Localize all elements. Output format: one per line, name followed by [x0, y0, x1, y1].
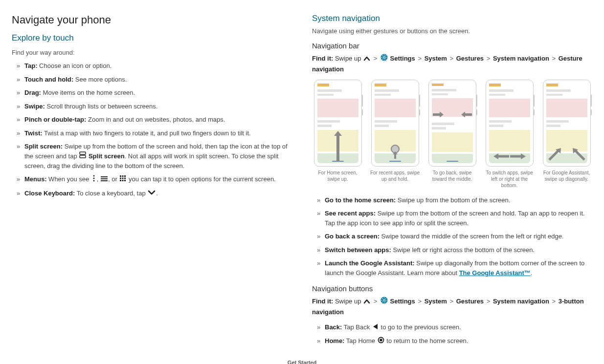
svg-rect-11 [120, 178, 121, 179]
svg-rect-6 [101, 178, 108, 179]
list-item: Go back a screen: Swipe toward the middl… [317, 232, 592, 241]
phone-home-swipe-up [314, 80, 362, 167]
list-item: Launch the Google Assistant: Swipe up di… [317, 258, 592, 278]
list-item: Touch and hold: See more options. [17, 75, 292, 85]
arrow-diagonal-right-up-icon [548, 148, 563, 162]
list-item: Switch between apps: Swipe left or right… [317, 245, 592, 255]
svg-rect-16 [124, 180, 126, 181]
svg-rect-0 [80, 152, 86, 154]
list-item: Drag: Move items on the home screen. [17, 88, 292, 98]
svg-point-2 [93, 175, 94, 177]
svg-point-38 [380, 339, 382, 342]
arrow-right-icon [510, 153, 527, 161]
arrow-up-icon [333, 141, 343, 162]
list-item: Split screen: Swipe up from the bottom o… [17, 142, 292, 171]
heading-navigation-bar: Navigation bar [312, 42, 592, 50]
svg-rect-14 [120, 180, 121, 181]
svg-rect-13 [124, 178, 126, 179]
findit-navbuttons: Find it: Swipe up > Settings > System > … [312, 297, 592, 318]
list-item: Home: Tap Home to return to the home scr… [317, 336, 592, 346]
chevron-up-icon [363, 54, 370, 64]
phone-illustrations: For Home screen, swipe up. [312, 80, 592, 189]
settings-gear-icon [380, 297, 388, 307]
list-item: Twist: Twist a map with two fingers to r… [17, 128, 292, 138]
list-item: Menus: When you see , , or you can tap i… [17, 174, 292, 184]
chevron-down-icon [148, 189, 156, 198]
findit-navbar: Find it: Swipe up > Settings > System > … [312, 54, 592, 75]
list-item: Swipe: Scroll through lists or between s… [17, 102, 292, 111]
kebab-menu-icon [91, 175, 96, 185]
arrow-left-icon [492, 153, 509, 161]
phone-switch-apps [486, 80, 534, 167]
svg-point-4 [93, 180, 94, 182]
arrow-right-icon [433, 111, 445, 120]
phone-recent-apps [371, 80, 419, 167]
arrow-left-icon [460, 111, 472, 120]
svg-rect-8 [120, 175, 121, 177]
intro-text: Find your way around: [12, 49, 292, 56]
arrow-up-small-icon [392, 151, 399, 161]
chevron-up-icon [363, 297, 370, 307]
home-circle-icon [378, 337, 384, 346]
sysnav-intro: Navigate using either gestures or button… [312, 27, 592, 35]
phone-google-assistant [543, 80, 591, 167]
settings-gear-icon [380, 54, 388, 64]
svg-rect-1 [80, 155, 86, 158]
svg-point-3 [93, 178, 94, 179]
list-item: Back: Tap Back to go to the previous scr… [317, 322, 592, 332]
list-item: Go to the home screen: Swipe up from the… [317, 195, 592, 205]
list-item: Pinch or double-tap: Zoom in and out on … [17, 115, 292, 125]
svg-rect-12 [122, 178, 124, 179]
grid-menu-icon [119, 175, 126, 185]
svg-rect-15 [122, 180, 124, 181]
svg-rect-9 [122, 175, 124, 177]
svg-rect-10 [124, 175, 126, 177]
footer-text: Get Started [12, 360, 592, 364]
google-assistant-link[interactable]: The Google Assistant™ [459, 269, 531, 277]
hamburger-menu-icon [101, 175, 108, 185]
svg-rect-5 [101, 176, 108, 177]
list-item: See recent apps: Swipe up from the botto… [317, 209, 592, 228]
section-system-navigation: System navigation [312, 14, 592, 23]
phone-go-back [428, 80, 476, 167]
heading-navigation-buttons: Navigation buttons [312, 284, 592, 293]
arrow-diagonal-left-up-icon [571, 148, 585, 162]
back-triangle-icon [372, 323, 379, 333]
section-explore-by-touch: Explore by touch [12, 33, 292, 43]
list-item: Tap: Choose an icon or option. [17, 61, 292, 71]
svg-rect-7 [101, 180, 108, 181]
list-item: Close Keyboard: To close a keyboard, tap… [17, 189, 292, 198]
split-screen-icon [79, 151, 86, 161]
page-title: Navigate your phone [12, 14, 292, 26]
